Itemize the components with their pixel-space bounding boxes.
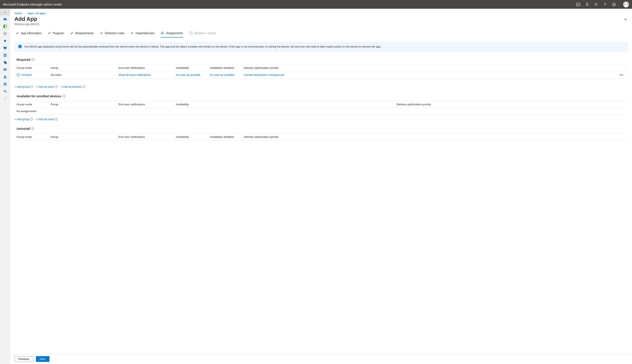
nav-tenant-admin[interactable] (0, 88, 10, 95)
svg-point-5 (625, 2, 627, 4)
svg-rect-18 (6, 70, 6, 70)
add-group-link[interactable]: + Add groupi (14, 85, 33, 88)
nav-favorites[interactable] (0, 37, 10, 44)
close-button[interactable]: ✕ (623, 16, 628, 22)
nav-users[interactable] (0, 73, 10, 80)
nav-reports[interactable] (0, 66, 10, 73)
breadcrumb-apps[interactable]: Apps | All apps (28, 12, 46, 15)
topbar: Microsoft Endpoint Manager admin center (0, 0, 632, 9)
cloud-shell-icon[interactable] (576, 2, 580, 6)
info-icon: i (30, 118, 33, 121)
main-content: Home 〉 Apps | All apps 〉 Add App Windows… (10, 9, 632, 364)
topbar-actions (576, 2, 629, 8)
step-review-create: 7Review + create (189, 30, 216, 38)
svg-point-3 (613, 4, 614, 4)
previous-button[interactable]: Previous (14, 356, 33, 362)
row-more-button[interactable]: ••• (617, 73, 626, 77)
step-dependencies[interactable]: Dependencies (130, 30, 154, 38)
svg-rect-13 (5, 56, 6, 57)
svg-rect-16 (4, 69, 4, 70)
notifications-icon[interactable] (585, 2, 589, 6)
section-uninstall: Uninstalli Group mode Group End user not… (14, 127, 628, 144)
svg-point-20 (4, 83, 5, 84)
svg-point-14 (5, 63, 7, 64)
breadcrumb: Home 〉 Apps | All apps 〉 (10, 9, 632, 16)
settings-icon[interactable] (594, 2, 598, 6)
add-all-users-link[interactable]: + Add all usersi (36, 118, 58, 121)
nav-home[interactable] (0, 16, 10, 23)
feedback-icon[interactable] (612, 2, 616, 6)
nav-troubleshooting[interactable] (0, 95, 10, 102)
group-cell: All Users (50, 73, 118, 76)
svg-point-21 (5, 83, 6, 84)
info-icon[interactable]: i (63, 95, 66, 98)
priority-cell[interactable]: Content download in background (244, 73, 617, 76)
plus-circle-icon: + (16, 73, 20, 77)
table-header: Group mode Group End user notifications … (14, 133, 628, 140)
step-requirements[interactable]: Requirements (70, 30, 94, 38)
product-title: Microsoft Endpoint Manager admin center (3, 2, 62, 6)
info-icon[interactable]: i (32, 58, 34, 61)
chevron-right-icon: 〉 (24, 12, 26, 15)
breadcrumb-home[interactable]: Home (14, 12, 22, 15)
nav-expand-toggle[interactable]: » (0, 10, 10, 16)
nav-all-services[interactable] (0, 30, 10, 37)
svg-rect-11 (5, 54, 6, 55)
section-required: Requiredi Group mode Group End user noti… (14, 58, 628, 88)
add-all-users-link[interactable]: + Add all usersi (36, 85, 58, 88)
svg-point-22 (4, 90, 5, 92)
help-icon[interactable] (603, 2, 607, 6)
info-icon: i (18, 45, 22, 48)
svg-point-19 (4, 76, 6, 77)
nav-devices[interactable] (0, 44, 10, 52)
info-icon: i (55, 118, 58, 121)
group-mode-cell[interactable]: +Included (16, 73, 50, 77)
info-icon[interactable]: i (31, 127, 34, 130)
next-button[interactable]: Next (36, 356, 50, 362)
info-icon: i (82, 85, 85, 88)
notifications-cell[interactable]: Show all toast notifications (118, 73, 176, 76)
nav-endpoint-security[interactable] (0, 59, 10, 66)
svg-rect-17 (5, 69, 5, 70)
svg-point-4 (614, 4, 615, 4)
availability-cell[interactable]: As soon as possible (176, 73, 210, 76)
svg-rect-9 (4, 49, 6, 50)
svg-point-1 (596, 4, 597, 5)
svg-rect-7 (4, 25, 5, 28)
section-available-title: Available for enrolled devices (16, 94, 61, 98)
table-header: Group mode Group End user notifications … (14, 64, 628, 71)
section-required-title: Required (16, 58, 30, 61)
add-group-link[interactable]: + Add groupi (14, 118, 33, 121)
nav-apps[interactable] (0, 52, 10, 59)
section-available: Available for enrolled devicesi Group mo… (14, 94, 628, 121)
table-row: +Included All Users Show all toast notif… (14, 71, 628, 78)
wizard-steps: App information Program Requirements Det… (10, 30, 632, 38)
page-subtitle: Windows app (Win32) (14, 23, 39, 26)
table-header: Group mode Group End user notifications … (14, 101, 628, 108)
info-icon: i (30, 85, 33, 88)
left-nav: » (0, 9, 10, 364)
step-assignments[interactable]: 6Assignments (160, 30, 183, 38)
step-detection-rules[interactable]: Detection rules (100, 30, 124, 38)
page-title: Add App (14, 16, 39, 22)
nav-groups[interactable] (0, 80, 10, 88)
no-assignments-row: No assignments (14, 108, 628, 115)
svg-point-2 (612, 3, 616, 6)
step-app-information[interactable]: App information (16, 30, 42, 38)
section-uninstall-title: Uninstall (16, 127, 30, 130)
svg-rect-12 (4, 56, 5, 57)
nav-dashboard[interactable] (0, 23, 10, 30)
wizard-footer: Previous Next (10, 354, 632, 364)
deadline-cell[interactable]: As soon as possible (210, 73, 244, 76)
info-icon: i (55, 85, 58, 88)
info-text: Any Win32 app deployed using Intune will… (24, 45, 381, 49)
svg-rect-10 (4, 54, 5, 55)
add-all-devices-link[interactable]: + Add all devicesi (61, 85, 85, 88)
info-banner: i Any Win32 app deployed using Intune wi… (14, 42, 628, 52)
avatar[interactable] (623, 2, 629, 8)
chevron-right-icon: 〉 (47, 12, 49, 15)
svg-rect-8 (4, 47, 6, 49)
step-program[interactable]: Program (48, 30, 64, 38)
